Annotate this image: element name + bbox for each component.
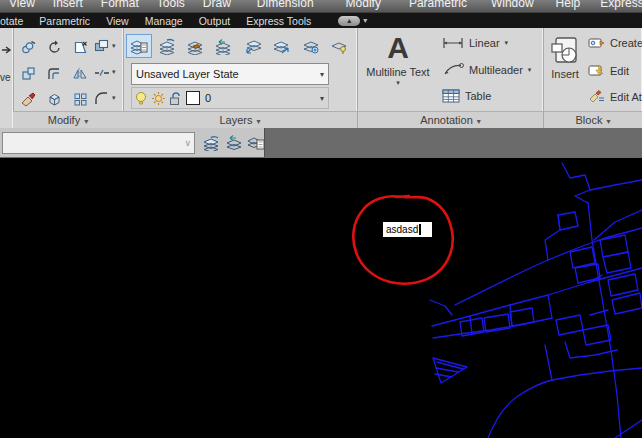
layer-unisolate-button[interactable] — [268, 34, 294, 58]
panel-layers: Unsaved Layer State ▾ 0 ▾ — [123, 28, 358, 128]
toolbar-layer-combobox[interactable]: ∨ — [2, 132, 195, 154]
tab-annotate[interactable]: otate — [0, 15, 28, 27]
layer-state-button[interactable] — [154, 34, 180, 58]
move-arrow-icon[interactable] — [1, 45, 12, 55]
layer-match-icon — [330, 38, 348, 55]
combo-chevron-icon[interactable]: ∨ — [184, 138, 194, 148]
edit-attributes-icon — [588, 90, 605, 103]
text-cursor — [419, 224, 421, 235]
toolbar-layer-states-button[interactable] — [200, 132, 221, 153]
break-flyout-button[interactable]: ▾ — [94, 61, 116, 83]
menu-parametric[interactable]: Parametric — [400, 0, 476, 11]
toolbar-layer-previous-button[interactable] — [223, 132, 244, 153]
layer-stack-icon — [158, 38, 176, 55]
tab-express-tools[interactable]: Express Tools — [241, 15, 316, 27]
mirror-button[interactable] — [68, 61, 92, 85]
menu-tools[interactable]: Tools — [148, 0, 194, 11]
explode-button[interactable] — [42, 87, 66, 111]
multiline-text-button[interactable]: A Multiline Text ▾ — [362, 32, 434, 87]
menu-insert[interactable]: Insert — [44, 0, 92, 11]
menu-draw[interactable]: Draw — [194, 0, 240, 11]
combo-dropdown-icon[interactable]: ▾ — [316, 70, 328, 79]
panel-label-annotation[interactable]: Annotation▾ — [358, 111, 543, 128]
panel-expand-icon: ▾ — [84, 117, 88, 126]
menu-modify[interactable]: Modify — [337, 0, 390, 11]
layer-properties-icon — [247, 134, 265, 151]
layer-unlock-icon[interactable] — [169, 91, 182, 106]
layer-thaw-sun-icon[interactable] — [151, 91, 166, 106]
panel-label-block[interactable]: Block▾ — [544, 111, 642, 128]
menu-bar: View Insert Format Tools Draw Dimension … — [0, 0, 642, 13]
linear-dimension-button[interactable]: Linear ▾ — [442, 37, 508, 49]
tab-view[interactable]: View — [101, 15, 134, 27]
tab-output[interactable]: Output — [194, 15, 236, 27]
layer-settings-button[interactable] — [298, 34, 324, 58]
panel-expand-icon: ▾ — [477, 117, 481, 126]
linear-dimension-icon — [442, 37, 464, 49]
ribbon-tab-bar: otate Parametric View Manage Output Expr… — [0, 13, 642, 28]
toolbar-layer-properties-button[interactable] — [245, 132, 266, 153]
tab-manage[interactable]: Manage — [140, 15, 188, 27]
edit-block-icon — [588, 64, 605, 77]
erase-button[interactable] — [16, 87, 40, 111]
layer-match-button[interactable] — [326, 34, 352, 58]
layer-state-combobox[interactable]: Unsaved Layer State ▾ — [131, 63, 329, 85]
array-button[interactable] — [68, 87, 92, 111]
layers-toolbar: ∨ — [0, 128, 265, 157]
menu-view[interactable]: View — [0, 0, 44, 11]
insert-block-button[interactable]: Insert — [547, 36, 583, 80]
menu-express[interactable]: Express — [591, 0, 642, 11]
menu-help[interactable]: Help — [547, 0, 590, 11]
drawing-canvas[interactable]: asdasd — [0, 158, 642, 438]
break-line-icon — [94, 65, 110, 80]
menu-format[interactable]: Format — [92, 0, 148, 11]
flyout-arrow-icon[interactable]: ▾ — [505, 39, 509, 47]
copy-button[interactable] — [16, 35, 40, 59]
menu-window[interactable]: Window — [482, 0, 543, 11]
table-icon — [442, 89, 460, 103]
table-button[interactable]: Table — [442, 89, 491, 103]
flyout-arrow-icon: ▾ — [112, 68, 116, 76]
layer-isolate-button[interactable] — [240, 34, 266, 58]
layer-color-swatch[interactable] — [186, 91, 200, 105]
layer-combobox[interactable]: 0 ▾ — [131, 87, 329, 109]
erase-icon — [21, 92, 36, 107]
edit-block-button[interactable]: Edit — [588, 64, 629, 77]
layer-on-bulb-icon[interactable] — [135, 91, 147, 106]
trim-button[interactable] — [68, 35, 92, 59]
offset-button[interactable] — [42, 61, 66, 85]
panel-label-layers[interactable]: Layers▾ — [123, 111, 357, 128]
layer-previous-button[interactable] — [210, 34, 236, 58]
panel-expand-icon: ▾ — [257, 117, 261, 126]
multileader-button[interactable]: Multileader ▾ — [442, 63, 531, 76]
inplace-text-editor[interactable]: asdasd — [383, 222, 432, 237]
mirror-icon — [73, 66, 88, 81]
layer-hand-icon — [186, 38, 204, 55]
layer-state-value: Unsaved Layer State — [132, 68, 316, 80]
overlap-flyout-button[interactable]: ▾ — [94, 35, 116, 57]
menu-dimension[interactable]: Dimension — [248, 0, 323, 11]
layer-isolate-icon — [244, 38, 262, 55]
layer-properties-button[interactable] — [126, 34, 152, 58]
create-block-button[interactable]: Create — [588, 37, 642, 49]
fillet-flyout-button[interactable]: ▾ — [94, 87, 116, 109]
panel-modify: ▾ — [13, 28, 124, 128]
ribbon: ve — [0, 28, 642, 128]
split-dropdown-icon[interactable]: ▾ — [396, 79, 400, 87]
layer-states-icon — [202, 134, 220, 151]
text-editor-value: asdasd — [386, 222, 418, 237]
rotate-button[interactable] — [42, 35, 66, 59]
layer-unisolate-icon — [272, 38, 290, 55]
stretch-button[interactable] — [16, 61, 40, 85]
layer-previous-icon — [225, 134, 243, 151]
combo-dropdown-icon[interactable]: ▾ — [316, 94, 328, 103]
flyout-arrow-icon[interactable]: ▾ — [528, 66, 532, 74]
panel-annotation: A Multiline Text ▾ Linear ▾ Mu — [358, 28, 544, 128]
layer-properties-icon — [130, 38, 148, 55]
ribbon-minimize-button[interactable]: ▴ — [338, 16, 360, 26]
ribbon-minimize-dropdown-icon[interactable]: ▾ — [363, 16, 367, 25]
tab-parametric[interactable]: Parametric — [34, 15, 95, 27]
layer-freeze-button[interactable] — [182, 34, 208, 58]
panel-label-modify[interactable]: Modify▾ — [13, 111, 123, 128]
edit-attributes-button[interactable]: Edit Att — [588, 90, 642, 103]
